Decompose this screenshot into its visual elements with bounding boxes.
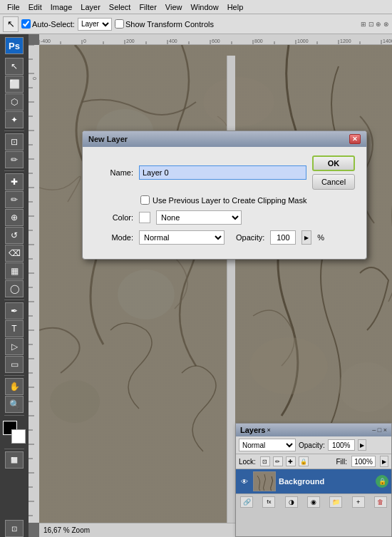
dialog-name-input[interactable] [139,165,306,180]
dialog-name-row: Name: OK Cancel [94,155,355,190]
svg-text:400: 400 [169,39,177,44]
dialog-mode-row: Mode: Normal Opacity: ▶ % [94,230,355,245]
text-tool[interactable]: T [5,320,24,337]
dialog-titlebar: New Layer ✕ [83,131,366,147]
menu-file[interactable]: File [3,1,24,13]
left-toolbar: Ps ↖ ⬜ ⬡ ✦ ⊡ ✏ ✚ ✏ ⊕ ↺ ⌫ ▦ ◯ ✒ T ▷ ▭ ✋ 🔍… [0,34,29,537]
menu-image[interactable]: Image [46,1,77,13]
canvas-area: -400 0 200 400 600 800 [29,34,392,537]
dialog-title: New Layer [88,135,128,143]
tool-separator-1 [4,131,24,131]
tool-separator-2 [4,170,24,171]
show-transform-label: Show Transform Controls [115,19,214,29]
auto-select-label: Auto-Select: [21,19,75,29]
background-color[interactable] [11,429,26,444]
svg-text:1000: 1000 [297,39,309,44]
options-toolbar: ↖ Auto-Select: Layer Show Transform Cont… [0,14,392,34]
vertical-ruler: 0 [29,45,39,523]
lasso-tool[interactable]: ⬡ [5,93,24,111]
dialog-opacity-input[interactable] [270,230,296,245]
auto-select-checkbox[interactable] [21,19,31,29]
menu-view[interactable]: View [161,1,187,13]
svg-text:600: 600 [212,39,220,44]
horizontal-ruler: -400 0 200 400 600 800 [39,34,392,45]
svg-text:1200: 1200 [340,39,351,44]
dialog-mode-dropdown[interactable]: Normal [139,230,225,245]
menu-window[interactable]: Window [187,1,223,13]
ps-logo: Ps [5,37,24,54]
history-brush-tool[interactable]: ↺ [5,227,24,244]
svg-text:200: 200 [126,39,135,44]
hand-tool[interactable]: ✋ [5,378,24,395]
heal-tool[interactable]: ✚ [5,173,24,190]
menu-filter[interactable]: Filter [135,1,160,13]
show-transform-checkbox[interactable] [115,19,124,29]
dialog-opacity-label: Opacity: [236,233,264,242]
move-tool-btn[interactable]: ↖ [3,16,19,32]
menu-layer[interactable]: Layer [76,1,105,13]
shape-tool[interactable]: ▭ [5,356,24,373]
fg-bg-colors[interactable] [3,421,26,444]
dialog-color-label: Color: [94,213,133,222]
opacity-arrow-btn[interactable]: ▶ [301,230,311,245]
marquee-tool[interactable]: ⬜ [5,76,24,93]
quick-mask-tool[interactable]: ⬜ [5,451,24,469]
clone-tool[interactable]: ⊕ [5,209,24,226]
crop-tool[interactable]: ⊡ [5,133,24,150]
svg-text:0: 0 [83,39,86,44]
svg-text:0: 0 [32,77,37,80]
dialog-opacity-pct: % [317,233,324,242]
main-area: Ps ↖ ⬜ ⬡ ✦ ⊡ ✏ ✚ ✏ ⊕ ↺ ⌫ ▦ ◯ ✒ T ▷ ▭ ✋ 🔍… [0,34,392,537]
dialog-ok-button[interactable]: OK [312,155,355,171]
new-layer-dialog: New Layer ✕ Name: OK Cancel [82,131,367,260]
tool-separator-6 [4,449,24,449]
zoom-tool[interactable]: 🔍 [5,396,24,413]
canvas-content: New Layer ✕ Name: OK Cancel [39,45,392,537]
tool-separator-3 [4,300,24,300]
menu-select[interactable]: Select [105,1,135,13]
eraser-tool[interactable]: ⌫ [5,245,24,262]
menu-bar: File Edit Image Layer Select Filter View… [0,0,392,14]
auto-select-dropdown[interactable]: Layer [78,18,112,31]
dialog-clipping-checkbox[interactable] [140,195,150,205]
path-select-tool[interactable]: ▷ [5,338,24,355]
brush-tool[interactable]: ✏ [5,191,24,208]
tool-separator-4 [4,375,24,376]
screen-mode-btn[interactable]: ⊡ [5,520,24,537]
svg-text:1400: 1400 [383,39,392,44]
dialog-mode-label: Mode: [94,233,133,242]
tool-separator-5 [4,415,24,416]
menu-help[interactable]: Help [223,1,248,13]
menu-edit[interactable]: Edit [24,1,46,13]
pen-tool[interactable]: ✒ [5,302,24,319]
dialog-close-button[interactable]: ✕ [349,134,361,144]
svg-text:-400: -400 [41,39,51,44]
dialog-overlay: New Layer ✕ Name: OK Cancel [39,45,392,537]
dialog-name-label: Name: [94,168,133,177]
eyedropper-tool[interactable]: ✏ [5,151,24,168]
gradient-tool[interactable]: ▦ [5,262,24,280]
dialog-buttons: OK Cancel [312,155,355,190]
color-swatch [139,212,150,223]
dialog-clipping-label: Use Previous Layer to Create Clipping Ma… [153,196,306,205]
dialog-clipping-row: Use Previous Layer to Create Clipping Ma… [94,195,355,205]
magic-wand-tool[interactable]: ✦ [5,111,24,128]
dialog-color-dropdown[interactable]: None [156,210,242,225]
move-tool[interactable]: ↖ [5,58,24,75]
svg-text:800: 800 [254,39,263,44]
dialog-color-row: Color: None [94,210,355,225]
dodge-tool[interactable]: ◯ [5,280,24,297]
dialog-body: Name: OK Cancel Use Previous Layer to Cr… [83,147,366,259]
dialog-cancel-button[interactable]: Cancel [312,174,355,190]
